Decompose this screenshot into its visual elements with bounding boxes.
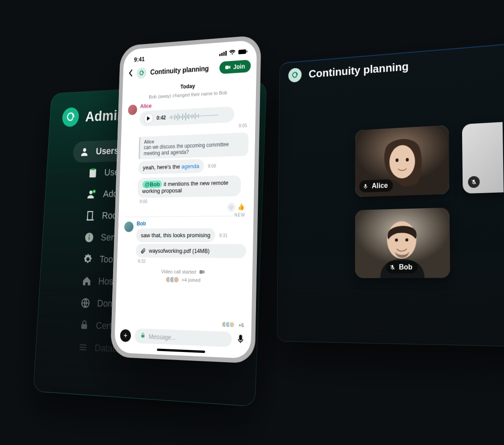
svg-rect-68 [240, 335, 242, 340]
join-call-button[interactable]: Join [219, 60, 251, 74]
svg-point-65 [232, 206, 232, 207]
svg-rect-37 [177, 113, 178, 121]
svg-rect-5 [87, 211, 93, 220]
svg-rect-55 [206, 115, 207, 116]
reaction-emoji[interactable]: 👍 [237, 203, 244, 211]
svg-rect-40 [182, 114, 183, 120]
globe-icon [80, 297, 90, 309]
quoted-message[interactable]: Alice can we discuss the upcoming commit… [138, 132, 248, 159]
svg-rect-43 [187, 115, 188, 118]
smile-icon [229, 204, 234, 210]
svg-rect-29 [238, 49, 246, 54]
svg-rect-32 [170, 117, 171, 118]
svg-point-63 [229, 205, 233, 209]
svg-rect-51 [199, 115, 200, 116]
svg-rect-57 [209, 115, 210, 116]
video-tile-alice[interactable]: Alice [355, 125, 450, 197]
file-attachment[interactable]: waysofworking.pdf (14MB) [136, 244, 247, 258]
gear-icon [83, 254, 93, 265]
paperclip-icon [140, 247, 146, 254]
svg-rect-41 [184, 115, 185, 118]
users-icon [79, 146, 89, 157]
play-button[interactable] [144, 113, 153, 123]
phone-device: 9:41 Continuity planning Join Today Bo [110, 35, 261, 364]
svg-rect-67 [141, 335, 144, 337]
chat-title[interactable]: Continuity planning [150, 64, 215, 76]
room-avatar-icon [137, 67, 147, 79]
svg-rect-35 [175, 114, 175, 120]
timestamp: 9:32 [138, 259, 146, 264]
voice-record-button[interactable] [236, 334, 245, 346]
join-label: Join [233, 63, 245, 71]
voice-duration: 0:42 [156, 114, 166, 121]
video-call-joined-event: +4 joined [122, 275, 246, 287]
timestamp: 9:31 [219, 233, 228, 238]
mic-icon [236, 334, 245, 344]
chevron-left-icon [128, 69, 133, 77]
back-button[interactable] [128, 68, 133, 79]
svg-rect-49 [196, 115, 197, 117]
status-time: 9:41 [134, 56, 145, 63]
participant-badge: Bob [386, 261, 418, 274]
id-card-icon [88, 167, 98, 178]
svg-rect-62 [217, 115, 218, 116]
message-bubble[interactable]: @Bob it mentions the new remote working … [138, 175, 241, 198]
svg-rect-33 [171, 116, 172, 119]
message-text: saw that, this looks promising [141, 232, 211, 239]
sidebar-item-label: Users [96, 145, 119, 157]
sender-name[interactable]: Bob [137, 220, 247, 227]
svg-rect-52 [201, 115, 202, 116]
mic-off-icon [390, 264, 396, 271]
svg-rect-54 [204, 115, 205, 116]
svg-rect-60 [214, 115, 215, 116]
svg-rect-48 [195, 113, 195, 119]
play-icon [146, 116, 150, 121]
svg-rect-36 [176, 116, 177, 118]
participant-name: Bob [399, 263, 412, 271]
timestamp: 9:06 [208, 163, 216, 169]
svg-rect-58 [211, 115, 211, 116]
attach-button[interactable]: + [120, 329, 131, 342]
message-bubble[interactable]: saw that, this looks promising [136, 228, 215, 243]
svg-rect-1 [89, 169, 96, 178]
svg-rect-28 [225, 51, 227, 56]
room-avatar-icon [288, 68, 301, 83]
message-input[interactable]: Message... [134, 328, 232, 347]
message-link[interactable]: agenda [181, 163, 199, 170]
attachment-name: waysofworking.pdf (14MB) [149, 247, 210, 255]
video-tile-bob[interactable]: Bob [355, 207, 450, 278]
add-user-icon [86, 189, 97, 200]
video-tile-partial[interactable] [462, 122, 504, 194]
participant-badge: Alice [359, 179, 393, 193]
home-icon [81, 275, 92, 287]
mute-badge [468, 176, 480, 188]
cellular-icon [219, 50, 227, 56]
avatar[interactable] [124, 222, 134, 232]
svg-rect-27 [224, 52, 225, 56]
new-messages-divider [125, 216, 247, 218]
admin-logo [62, 107, 80, 127]
participant-name: Alice [372, 182, 388, 190]
svg-rect-59 [212, 115, 213, 116]
avatar-stack [165, 276, 179, 283]
avatar[interactable] [128, 105, 137, 115]
svg-rect-45 [190, 116, 191, 117]
message-bubble[interactable]: yeah, here's the agenda [138, 159, 204, 174]
svg-rect-31 [225, 65, 229, 69]
svg-rect-44 [188, 114, 189, 119]
timestamp: 9:06 [139, 198, 147, 204]
svg-rect-38 [179, 115, 180, 119]
video-icon [225, 65, 231, 70]
mic-off-icon [471, 179, 477, 186]
svg-point-64 [231, 206, 231, 207]
video-icon [199, 270, 205, 274]
rooms-icon [85, 210, 96, 221]
lock-icon [79, 319, 89, 331]
svg-rect-25 [219, 54, 221, 56]
svg-rect-61 [215, 115, 216, 116]
svg-rect-30 [247, 51, 248, 53]
add-reaction-button[interactable] [228, 203, 235, 211]
svg-point-3 [89, 190, 93, 194]
svg-rect-16 [365, 184, 366, 187]
svg-rect-47 [193, 115, 194, 117]
